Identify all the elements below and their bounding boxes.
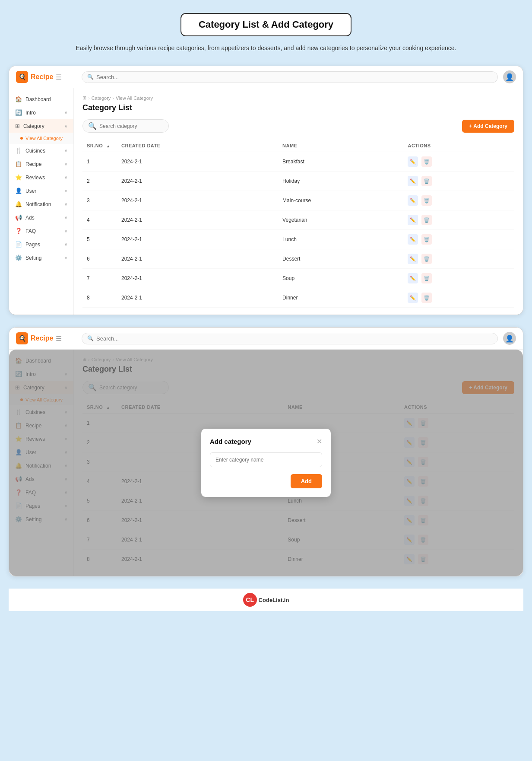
menu-toggle-2[interactable]: ☰: [56, 334, 62, 343]
chevron-icon-setting: ∨: [64, 255, 67, 260]
search-bar-1[interactable]: 🔍: [82, 71, 498, 83]
cell-actions: ✏️ 🗑️: [403, 249, 514, 269]
ads-icon: 📢: [15, 214, 22, 221]
sidebar-item-setting[interactable]: ⚙️ Setting ∨: [9, 251, 73, 264]
sidebar-sub-view-all-category[interactable]: View All Category: [9, 133, 73, 144]
topbar-1: 🍳 Recipe ☰ 🔍 👤: [9, 66, 523, 88]
search-cat-1[interactable]: 🔍: [82, 119, 169, 133]
cell-name: Breakfast: [278, 152, 403, 172]
edit-button[interactable]: ✏️: [408, 215, 418, 225]
intro-icon: 🔄: [15, 109, 22, 116]
table-row: 8 2024-2-1 Dinner ✏️ 🗑️: [82, 288, 514, 308]
cell-sr: 8: [82, 288, 117, 308]
app-body-2: 🏠 Dashboard 🔄 Intro ∨ ⊞ Category ∧ View …: [9, 350, 523, 576]
delete-button[interactable]: 🗑️: [421, 254, 432, 264]
search-cat-icon-1: 🔍: [88, 122, 97, 130]
sidebar-item-dashboard[interactable]: 🏠 Dashboard: [9, 92, 73, 106]
delete-button[interactable]: 🗑️: [421, 195, 432, 206]
sidebar-label-recipe: Recipe: [25, 161, 41, 167]
menu-toggle-1[interactable]: ☰: [56, 73, 62, 81]
cell-sr: 1: [82, 152, 117, 172]
chevron-icon-intro: ∨: [64, 110, 67, 115]
delete-button[interactable]: 🗑️: [421, 215, 432, 225]
page-title-box: Category List & Add Category: [180, 13, 352, 36]
cell-actions: ✏️ 🗑️: [403, 172, 514, 191]
app-window-1: 🍳 Recipe ☰ 🔍 👤 🏠 Dashboard 🔄 Intro ∨ ⊞ C: [9, 66, 523, 315]
cell-name: Vegetarian: [278, 210, 403, 230]
sidebar-item-category[interactable]: ⊞ Category ∧: [9, 119, 73, 133]
page-subtitle: Easily browse through various recipe cat…: [9, 43, 523, 53]
cell-date: 2024-2-1: [117, 191, 278, 210]
cell-sr: 2: [82, 172, 117, 191]
cell-actions: ✏️ 🗑️: [403, 269, 514, 288]
chevron-icon-pages: ∨: [64, 242, 67, 247]
faq-icon: ❓: [15, 228, 22, 234]
delete-button[interactable]: 🗑️: [421, 293, 432, 303]
action-btns: ✏️ 🗑️: [408, 195, 510, 206]
delete-button[interactable]: 🗑️: [421, 156, 432, 167]
breadcrumb-home-icon: ⊞: [82, 95, 86, 101]
cell-date: 2024-2-1: [117, 210, 278, 230]
edit-button[interactable]: ✏️: [408, 234, 418, 245]
edit-button[interactable]: ✏️: [408, 273, 418, 283]
sep2: ›: [112, 96, 114, 101]
user-icon: 👤: [15, 188, 22, 194]
modal-category-input[interactable]: [210, 452, 322, 467]
cell-name: Soup: [278, 269, 403, 288]
search-input-2[interactable]: [96, 335, 492, 342]
edit-button[interactable]: ✏️: [408, 176, 418, 186]
sidebar-item-reviews[interactable]: ⭐ Reviews ∨: [9, 171, 73, 184]
table-row: 2 2024-2-1 Holiday ✏️ 🗑️: [82, 172, 514, 191]
action-btns: ✏️ 🗑️: [408, 156, 510, 167]
page-header: Category List & Add Category Easily brow…: [9, 13, 523, 53]
logo-text-1: Recipe: [31, 73, 53, 81]
table-row: 3 2024-2-1 Main-course ✏️ 🗑️: [82, 191, 514, 210]
page-title: Category List & Add Category: [199, 19, 333, 30]
delete-button[interactable]: 🗑️: [421, 234, 432, 245]
sidebar-label-setting: Setting: [25, 255, 41, 261]
cell-date: 2024-2-1: [117, 152, 278, 172]
sidebar-item-intro[interactable]: 🔄 Intro ∨: [9, 106, 73, 119]
sidebar-label-ads: Ads: [25, 215, 35, 221]
cell-actions: ✏️ 🗑️: [403, 288, 514, 308]
sidebar-item-faq[interactable]: ❓ FAQ ∨: [9, 224, 73, 238]
action-btns: ✏️ 🗑️: [408, 215, 510, 225]
sidebar-item-pages[interactable]: 📄 Pages ∨: [9, 238, 73, 251]
action-btns: ✏️ 🗑️: [408, 293, 510, 303]
sidebar-item-ads[interactable]: 📢 Ads ∨: [9, 211, 73, 224]
sidebar-item-user[interactable]: 👤 User ∨: [9, 184, 73, 197]
watermark-text: CodeList.in: [259, 597, 289, 603]
cell-date: 2024-2-1: [117, 269, 278, 288]
edit-button[interactable]: ✏️: [408, 254, 418, 264]
sidebar-item-recipe[interactable]: 📋 Recipe ∨: [9, 157, 73, 171]
modal-add-button[interactable]: Add: [291, 474, 322, 488]
action-btns: ✏️ 🗑️: [408, 234, 510, 245]
sidebar-item-notification[interactable]: 🔔 Notification ∨: [9, 197, 73, 211]
logo-icon-1: 🍳: [16, 71, 28, 83]
delete-button[interactable]: 🗑️: [421, 273, 432, 283]
search-cat-input-1[interactable]: [99, 123, 164, 129]
modal-close-button[interactable]: ✕: [317, 437, 322, 446]
cell-sr: 7: [82, 269, 117, 288]
sidebar-label-notification: Notification: [25, 201, 51, 207]
edit-button[interactable]: ✏️: [408, 293, 418, 303]
action-btns: ✏️ 🗑️: [408, 254, 510, 264]
edit-button[interactable]: ✏️: [408, 195, 418, 206]
chevron-icon-cuisines: ∨: [64, 148, 67, 153]
avatar-2[interactable]: 👤: [503, 332, 516, 345]
cell-name: Lunch: [278, 230, 403, 249]
modal-title: Add category: [210, 438, 251, 445]
table-row: 7 2024-2-1 Soup ✏️ 🗑️: [82, 269, 514, 288]
add-category-button-1[interactable]: + Add Category: [462, 120, 514, 133]
avatar-1[interactable]: 👤: [503, 70, 516, 83]
cell-date: 2024-2-1: [117, 172, 278, 191]
search-bar-2[interactable]: 🔍: [82, 333, 498, 344]
edit-button[interactable]: ✏️: [408, 156, 418, 167]
sidebar-item-cuisines[interactable]: 🍴 Cuisines ∨: [9, 144, 73, 157]
logo-area-1: 🍳 Recipe ☰: [16, 71, 76, 83]
search-icon-1: 🔍: [87, 74, 94, 80]
delete-button[interactable]: 🗑️: [421, 176, 432, 186]
table-row: 5 2024-2-1 Lunch ✏️ 🗑️: [82, 230, 514, 249]
search-input-1[interactable]: [96, 74, 492, 80]
cell-actions: ✏️ 🗑️: [403, 210, 514, 230]
